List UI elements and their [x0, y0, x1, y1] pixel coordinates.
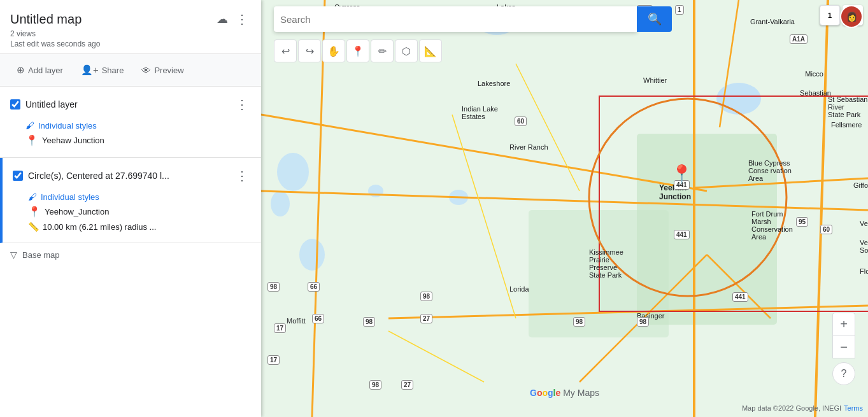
- search-input-wrapper: [274, 6, 637, 32]
- search-icon: 🔍: [648, 12, 662, 26]
- individual-styles-link-1[interactable]: Individual styles: [38, 121, 97, 131]
- measure-button[interactable]: 📐: [419, 39, 442, 62]
- location-pin-icon-1: 📍: [25, 134, 38, 146]
- road-441-badge-lower: 441: [674, 228, 690, 239]
- add-layer-button[interactable]: ⊕ Add layer: [10, 60, 69, 80]
- layer-circle-name: Circle(s), Centered at 27.699740 l...: [28, 171, 169, 181]
- paint-icon-2: 🖌: [28, 192, 37, 202]
- road-i95-badge: 95: [796, 215, 808, 227]
- user-avatar[interactable]: 👩: [840, 5, 863, 28]
- road-98-basinger-badge: 98: [637, 315, 649, 327]
- individual-styles-item-1[interactable]: 🖌 Individual styles: [25, 118, 261, 132]
- radius-item: 📏 10.00 km (6.21 miles) radius ...: [28, 220, 261, 234]
- location-pin-icon-2: 📍: [28, 206, 41, 218]
- terms-link[interactable]: Terms: [844, 404, 863, 412]
- location-name-yeehaw: Yeehaw Junction: [42, 136, 104, 145]
- undo-button[interactable]: ↩: [274, 39, 297, 62]
- sidebar: Untitled map ☁ ⋮ 2 views Last edit was s…: [0, 0, 261, 417]
- search-button[interactable]: 🔍: [637, 6, 672, 32]
- map-title: Untitled map: [10, 12, 82, 27]
- help-button[interactable]: ?: [832, 362, 855, 385]
- map-search-bar: 🔍: [274, 6, 855, 32]
- base-map-section[interactable]: ▽ Base map: [0, 243, 261, 266]
- zoom-controls: + − ?: [832, 313, 855, 385]
- layer-circle: Circle(s), Centered at 27.699740 l... ⋮ …: [0, 158, 261, 243]
- preview-icon: 👁: [141, 65, 151, 76]
- svg-point-4: [271, 191, 290, 216]
- pan-button[interactable]: ✋: [322, 39, 345, 62]
- road-27-bottom-badge: 27: [401, 378, 413, 390]
- sidebar-actions: ⊕ Add layer 👤+ Share 👁 Preview: [0, 54, 261, 87]
- map-area[interactable]: CypressGardens Lakes Whittier River Ranc…: [261, 0, 868, 417]
- road-60-right-badge: 60: [820, 223, 832, 234]
- redo-button[interactable]: ↪: [298, 39, 321, 62]
- layer-untitled-name: Untitled layer: [25, 99, 78, 110]
- road-98-left-badge: 98: [420, 290, 432, 301]
- base-map-label: Base map: [22, 250, 60, 260]
- map-toolbar: ↩ ↪ ✋ 📍 ✏ ⬡ 📐: [274, 39, 442, 62]
- layer-circle-checkbox[interactable]: [13, 171, 23, 181]
- map-background: [261, 0, 868, 417]
- road-441-badge-bottom: 441: [732, 290, 748, 302]
- layer-untitled-items: 🖌 Individual styles 📍 Yeehaw Junction: [0, 116, 261, 151]
- location-item-yeehow: 📍 Yeehow_Junction: [28, 204, 261, 220]
- road-60-badge: 60: [515, 115, 527, 126]
- road-98-mid-badge: 98: [573, 315, 585, 327]
- cloud-icon[interactable]: ☁: [217, 12, 228, 26]
- svg-point-3: [299, 239, 325, 271]
- map-pin-yeehaw: 📍: [671, 164, 693, 185]
- location-item-yeehaw: 📍 Yeehaw Junction: [25, 132, 261, 148]
- layer-circle-items: 🖌 Individual styles 📍 Yeehow_Junction 📏 …: [3, 187, 261, 236]
- map-menu-button[interactable]: ⋮: [233, 10, 251, 28]
- search-input[interactable]: [280, 14, 630, 25]
- svg-point-2: [277, 153, 309, 191]
- individual-styles-item-2[interactable]: 🖌 Individual styles: [28, 190, 261, 204]
- road-left-bottom-badge: 98: [369, 378, 381, 390]
- preview-button[interactable]: 👁 Preview: [135, 61, 190, 80]
- layer-untitled-header: Untitled layer ⋮: [0, 93, 261, 116]
- individual-styles-link-2[interactable]: Individual styles: [41, 192, 99, 202]
- radius-text: 10.00 km (6.21 miles) radius ...: [43, 222, 156, 232]
- road-27-badge: 27: [420, 312, 432, 323]
- layer-untitled: Untitled layer ⋮ 🖌 Individual styles 📍 Y…: [0, 87, 261, 158]
- road-98-farleft-badge: 66: [308, 280, 320, 292]
- road-98-badge: 98: [363, 315, 375, 327]
- share-icon: 👤+: [81, 64, 99, 76]
- road-66-badge: 66: [312, 312, 324, 323]
- layer-untitled-menu[interactable]: ⋮: [233, 95, 251, 113]
- maps-app-icon[interactable]: 1: [820, 5, 840, 25]
- zoom-in-button[interactable]: +: [832, 313, 855, 336]
- road-98-far-badge: 98: [267, 280, 280, 292]
- road-17-badge: 17: [274, 322, 286, 333]
- draw-path-button[interactable]: ✏: [371, 39, 394, 62]
- layer-circle-menu[interactable]: ⋮: [233, 167, 251, 185]
- layers-icon: ⊕: [17, 64, 25, 76]
- location-name-yeehow: Yeehow_Junction: [45, 207, 109, 216]
- layer-untitled-checkbox[interactable]: [10, 99, 20, 110]
- sidebar-header: Untitled map ☁ ⋮ 2 views Last edit was s…: [0, 0, 261, 54]
- map-attribution: Map data ©2022 Google, INEGI Terms: [742, 404, 863, 412]
- top-right-header: 1 👩: [815, 0, 868, 31]
- add-directions-button[interactable]: ⬡: [395, 39, 418, 62]
- base-map-toggle-icon[interactable]: ▽: [10, 250, 17, 260]
- map-views: 2 views: [10, 29, 251, 38]
- road-17-far-badge: 17: [267, 353, 280, 365]
- share-button[interactable]: 👤+ Share: [75, 60, 130, 80]
- map-last-edit: Last edit was seconds ago: [10, 39, 251, 48]
- add-pin-button[interactable]: 📍: [346, 39, 369, 62]
- zoom-out-button[interactable]: −: [832, 336, 855, 358]
- attribution-text: Map data ©2022 Google, INEGI: [742, 404, 841, 412]
- paint-icon-1: 🖌: [25, 120, 34, 131]
- svg-rect-0: [261, 0, 868, 417]
- layer-circle-header: Circle(s), Centered at 27.699740 l... ⋮: [3, 164, 261, 187]
- ruler-icon: 📏: [28, 222, 39, 232]
